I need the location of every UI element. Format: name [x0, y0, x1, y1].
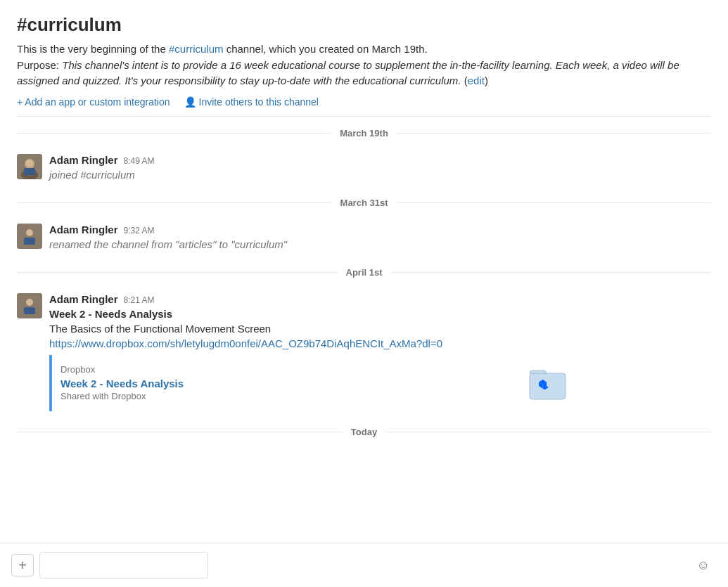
channel-link[interactable]: #curriculum — [169, 43, 224, 55]
svg-rect-4 — [24, 168, 35, 175]
message-text: joined #curriculum — [49, 167, 711, 182]
message-body: Adam Ringler 8:21 AM Week 2 - Needs Anal… — [49, 293, 711, 411]
compose-add-button[interactable]: + — [11, 554, 34, 576]
message-header: Adam Ringler 9:32 AM — [49, 224, 711, 236]
svg-rect-10 — [24, 307, 35, 314]
dropbox-folder-icon — [526, 362, 568, 404]
channel-header: #curriculum This is the very beginning o… — [17, 14, 711, 117]
svg-point-9 — [26, 299, 33, 306]
message-text: renamed the channel from "articles" to "… — [49, 237, 711, 252]
avatar — [17, 224, 42, 249]
dropbox-content: Dropbox Week 2 - Needs Analysis Shared w… — [60, 364, 526, 401]
avatar — [17, 293, 42, 318]
channel-actions: + Add an app or custom integration 👤 Inv… — [17, 96, 711, 108]
sender-name: Adam Ringler — [49, 224, 118, 236]
desc-prefix: This is the very beginning of the — [17, 43, 169, 55]
dropbox-source: Dropbox — [60, 364, 526, 375]
compose-input[interactable] — [39, 552, 208, 579]
purpose-text: This channel's intent is to provide a 16… — [17, 59, 679, 87]
date-divider-march31: March 31st — [17, 198, 711, 208]
desc-suffix: channel, which you created on March 19th… — [224, 43, 428, 55]
message-time: 8:21 AM — [124, 295, 155, 305]
compose-area: + ☺ — [0, 543, 728, 587]
svg-point-3 — [26, 160, 33, 167]
message-bold-text: Week 2 - Needs Analysis — [49, 307, 711, 321]
message-header: Adam Ringler 8:21 AM — [49, 293, 711, 305]
invite-others-link[interactable]: 👤 Invite others to this channel — [184, 96, 319, 108]
message-row: Adam Ringler 8:21 AM Week 2 - Needs Anal… — [17, 289, 711, 415]
dropbox-subtitle: Shared with Dropbox — [60, 391, 526, 401]
dropbox-attachment: Dropbox Week 2 - Needs Analysis Shared w… — [49, 355, 577, 411]
compose-wrapper: ☺ — [39, 552, 717, 579]
message-header: Adam Ringler 8:49 AM — [49, 154, 711, 166]
sender-name: Adam Ringler — [49, 154, 118, 166]
channel-title: #curriculum — [17, 14, 711, 36]
date-divider-april1: April 1st — [17, 267, 711, 278]
person-icon: 👤 — [184, 96, 196, 108]
main-content: #curriculum This is the very beginning o… — [0, 0, 728, 543]
edit-link[interactable]: edit — [468, 75, 485, 86]
dropbox-title[interactable]: Week 2 - Needs Analysis — [60, 378, 526, 389]
channel-description: This is the very beginning of the #curri… — [17, 41, 711, 89]
svg-rect-11 — [530, 373, 566, 399]
add-app-link[interactable]: + Add an app or custom integration — [17, 96, 170, 108]
date-divider-today: Today — [17, 427, 711, 437]
svg-point-6 — [26, 229, 33, 236]
dropbox-url[interactable]: https://www.dropbox.com/sh/letylugdm0onf… — [49, 337, 442, 349]
message-body: Adam Ringler 9:32 AM renamed the channel… — [49, 224, 711, 252]
message-time: 8:49 AM — [124, 156, 155, 166]
message-row: Adam Ringler 8:49 AM joined #curriculum — [17, 150, 711, 186]
emoji-icon[interactable]: ☺ — [697, 558, 710, 573]
sender-name: Adam Ringler — [49, 293, 118, 305]
svg-rect-7 — [24, 238, 35, 245]
message-row: Adam Ringler 9:32 AM renamed the channel… — [17, 219, 711, 256]
message-line2: The Basics of the Functional Movement Sc… — [49, 321, 711, 336]
avatar — [17, 154, 42, 179]
message-time: 9:32 AM — [124, 226, 155, 236]
date-divider-march19: March 19th — [17, 128, 711, 138]
message-body: Adam Ringler 8:49 AM joined #curriculum — [49, 154, 711, 182]
purpose-label: Purpose: This channel's intent is to pro… — [17, 59, 679, 87]
message-text: Week 2 - Needs Analysis The Basics of th… — [49, 307, 711, 351]
